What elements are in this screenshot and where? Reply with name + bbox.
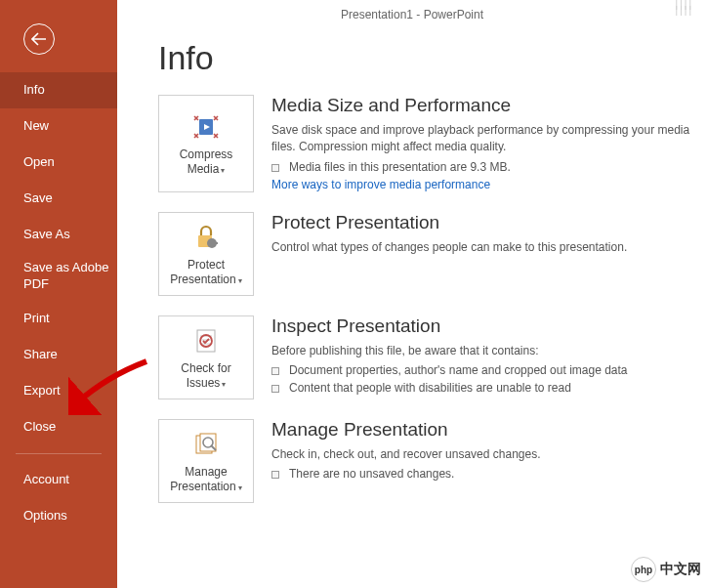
protect-heading: Protect Presentation: [271, 212, 691, 233]
inspect-bullet-1: Document properties, author's name and c…: [271, 363, 691, 377]
inspect-heading: Inspect Presentation: [271, 315, 691, 337]
backstage-sidebar: InfoNewOpenSaveSave AsSave as Adobe PDFP…: [0, 0, 117, 588]
nav-item-new[interactable]: New: [0, 108, 117, 145]
section-manage: Manage Presentation Manage Presentation …: [158, 419, 707, 503]
protect-label: Protect Presentation: [163, 258, 249, 287]
svg-rect-3: [211, 242, 218, 244]
media-link[interactable]: More ways to improve media performance: [271, 178, 490, 191]
watermark: php 中文网: [631, 557, 701, 582]
manage-icon: [191, 428, 221, 461]
window-title: Presentation1 - PowerPoint: [117, 0, 707, 21]
nav-item-open[interactable]: Open: [0, 145, 117, 181]
media-bullet-text: Media files in this presentation are 9.3…: [289, 160, 511, 174]
media-heading: Media Size and Performance: [271, 95, 691, 116]
nav-separator: [16, 453, 102, 454]
section-inspect: Check for Issues Inspect Presentation Be…: [158, 315, 707, 399]
check-issues-button[interactable]: Check for Issues: [158, 315, 254, 399]
media-bullet: Media files in this presentation are 9.3…: [271, 160, 691, 174]
manage-heading: Manage Presentation: [271, 419, 691, 441]
compress-media-icon: [191, 110, 221, 144]
protect-presentation-button[interactable]: Protect Presentation: [158, 212, 254, 296]
manage-bullet: There are no unsaved changes.: [271, 467, 691, 481]
nav-item-close[interactable]: Close: [0, 409, 117, 445]
bullet-icon: [271, 164, 279, 172]
media-desc: Save disk space and improve playback per…: [271, 122, 691, 156]
nav-item-share[interactable]: Share: [0, 337, 117, 373]
nav-item-print[interactable]: Print: [0, 301, 117, 337]
nav-item-export[interactable]: Export: [0, 373, 117, 409]
window-drag-grip: ||||||||: [676, 2, 693, 14]
back-button[interactable]: [23, 23, 55, 55]
main-pane: |||||||| Presentation1 - PowerPoint Info…: [117, 0, 707, 588]
nav-item-save-as-adobe-pdf[interactable]: Save as Adobe PDF: [0, 252, 117, 301]
watermark-text: 中文网: [660, 561, 701, 578]
nav-item-account[interactable]: Account: [0, 462, 117, 498]
compress-media-button[interactable]: Compress Media: [158, 95, 254, 192]
manage-desc: Check in, check out, and recover unsaved…: [271, 446, 691, 463]
bullet-icon: [271, 385, 279, 393]
nav-item-info[interactable]: Info: [0, 72, 117, 108]
nav-item-save[interactable]: Save: [0, 181, 117, 217]
bullet-icon: [271, 367, 279, 375]
bullet-icon: [271, 471, 279, 479]
inspect-bullet-2: Content that people with disabilities ar…: [271, 381, 691, 395]
manage-presentation-button[interactable]: Manage Presentation: [158, 419, 254, 503]
manage-label: Manage Presentation: [163, 465, 249, 494]
check-issues-label: Check for Issues: [163, 361, 249, 391]
section-protect: Protect Presentation Protect Presentatio…: [158, 212, 707, 296]
compress-media-label: Compress Media: [163, 147, 249, 177]
nav-item-save-as[interactable]: Save As: [0, 217, 117, 253]
protect-desc: Control what types of changes people can…: [271, 239, 691, 256]
page-title: Info: [158, 39, 707, 77]
section-media: Compress Media Media Size and Performanc…: [158, 95, 707, 192]
checklist-icon: [191, 324, 221, 357]
watermark-logo: php: [631, 557, 656, 582]
lock-icon: [191, 221, 221, 254]
inspect-desc: Before publishing this file, be aware th…: [271, 343, 691, 359]
nav-item-options[interactable]: Options: [0, 498, 117, 534]
back-arrow-icon: [31, 32, 47, 46]
